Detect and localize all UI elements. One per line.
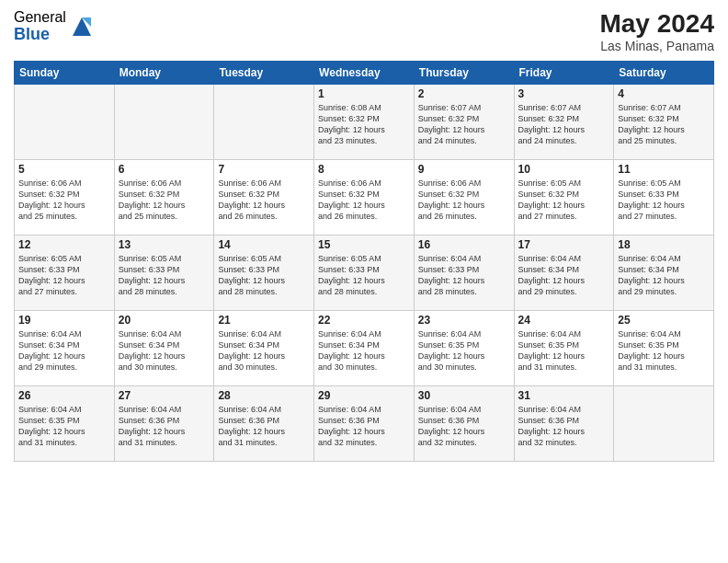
day-number: 27 [119,389,210,402]
table-row: 2Sunrise: 6:07 AM Sunset: 6:32 PM Daylig… [414,85,514,160]
cell-content: Sunrise: 6:05 AM Sunset: 6:33 PM Dayligh… [218,253,310,298]
cell-content: Sunrise: 6:04 AM Sunset: 6:36 PM Dayligh… [318,404,410,449]
table-row [15,85,115,160]
cell-content: Sunrise: 6:04 AM Sunset: 6:36 PM Dayligh… [218,404,310,449]
cell-content: Sunrise: 6:06 AM Sunset: 6:32 PM Dayligh… [418,178,510,223]
header-row: Sunday Monday Tuesday Wednesday Thursday… [15,62,714,85]
day-number: 19 [18,314,110,327]
logo: General Blue [14,9,95,43]
cell-content: Sunrise: 6:06 AM Sunset: 6:32 PM Dayligh… [318,178,410,223]
table-row [114,85,214,160]
table-row: 21Sunrise: 6:04 AM Sunset: 6:34 PM Dayli… [214,311,314,386]
logo-text: General Blue [14,9,66,43]
table-row: 1Sunrise: 6:08 AM Sunset: 6:32 PM Daylig… [314,85,415,160]
day-number: 4 [618,87,710,100]
cell-content: Sunrise: 6:04 AM Sunset: 6:34 PM Dayligh… [18,328,110,373]
week-row-3: 12Sunrise: 6:05 AM Sunset: 6:33 PM Dayli… [15,236,714,311]
cell-content: Sunrise: 6:07 AM Sunset: 6:32 PM Dayligh… [618,102,710,147]
cell-content: Sunrise: 6:04 AM Sunset: 6:36 PM Dayligh… [518,404,610,449]
cell-content: Sunrise: 6:05 AM Sunset: 6:32 PM Dayligh… [518,178,610,223]
location: Las Minas, Panama [599,39,714,53]
table-row: 14Sunrise: 6:05 AM Sunset: 6:33 PM Dayli… [214,236,314,311]
week-row-1: 1Sunrise: 6:08 AM Sunset: 6:32 PM Daylig… [15,85,714,160]
cell-content: Sunrise: 6:04 AM Sunset: 6:33 PM Dayligh… [418,253,510,298]
title-section: May 2024 Las Minas, Panama [599,9,714,53]
table-row: 30Sunrise: 6:04 AM Sunset: 6:36 PM Dayli… [414,386,514,462]
cell-content: Sunrise: 6:05 AM Sunset: 6:33 PM Dayligh… [318,253,410,298]
day-number: 20 [119,314,210,327]
day-number: 26 [18,389,110,402]
table-row: 11Sunrise: 6:05 AM Sunset: 6:33 PM Dayli… [614,160,714,236]
day-number: 7 [218,163,310,176]
col-wednesday: Wednesday [314,62,415,85]
day-number: 14 [218,238,310,251]
table-row: 16Sunrise: 6:04 AM Sunset: 6:33 PM Dayli… [414,236,514,311]
logo-icon [69,14,95,40]
day-number: 25 [618,314,710,327]
cell-content: Sunrise: 6:04 AM Sunset: 6:36 PM Dayligh… [119,404,210,449]
table-row: 28Sunrise: 6:04 AM Sunset: 6:36 PM Dayli… [214,386,314,462]
cell-content: Sunrise: 6:04 AM Sunset: 6:34 PM Dayligh… [318,328,410,373]
cell-content: Sunrise: 6:06 AM Sunset: 6:32 PM Dayligh… [18,178,110,223]
cell-content: Sunrise: 6:06 AM Sunset: 6:32 PM Dayligh… [119,178,210,223]
day-number: 6 [119,163,210,176]
table-row: 17Sunrise: 6:04 AM Sunset: 6:34 PM Dayli… [514,236,614,311]
cell-content: Sunrise: 6:07 AM Sunset: 6:32 PM Dayligh… [418,102,510,147]
day-number: 13 [119,238,210,251]
day-number: 24 [518,314,610,327]
col-saturday: Saturday [614,62,714,85]
day-number: 2 [418,87,510,100]
table-row: 29Sunrise: 6:04 AM Sunset: 6:36 PM Dayli… [314,386,415,462]
table-row: 31Sunrise: 6:04 AM Sunset: 6:36 PM Dayli… [514,386,614,462]
month-year: May 2024 [599,9,714,39]
logo-general: General [14,9,66,26]
table-row: 4Sunrise: 6:07 AM Sunset: 6:32 PM Daylig… [614,85,714,160]
week-row-2: 5Sunrise: 6:06 AM Sunset: 6:32 PM Daylig… [15,160,714,236]
day-number: 22 [318,314,410,327]
day-number: 1 [318,87,410,100]
cell-content: Sunrise: 6:04 AM Sunset: 6:34 PM Dayligh… [518,253,610,298]
table-row [614,386,714,462]
week-row-4: 19Sunrise: 6:04 AM Sunset: 6:34 PM Dayli… [15,311,714,386]
day-number: 17 [518,238,610,251]
cell-content: Sunrise: 6:05 AM Sunset: 6:33 PM Dayligh… [119,253,210,298]
day-number: 10 [518,163,610,176]
calendar-table: Sunday Monday Tuesday Wednesday Thursday… [14,61,714,462]
week-row-5: 26Sunrise: 6:04 AM Sunset: 6:35 PM Dayli… [15,386,714,462]
cell-content: Sunrise: 6:06 AM Sunset: 6:32 PM Dayligh… [218,178,310,223]
col-sunday: Sunday [15,62,115,85]
header: General Blue May 2024 Las Minas, Panama [14,9,714,53]
col-thursday: Thursday [414,62,514,85]
day-number: 30 [418,389,510,402]
table-row: 13Sunrise: 6:05 AM Sunset: 6:33 PM Dayli… [114,236,214,311]
day-number: 23 [418,314,510,327]
cell-content: Sunrise: 6:08 AM Sunset: 6:32 PM Dayligh… [318,102,410,147]
cell-content: Sunrise: 6:05 AM Sunset: 6:33 PM Dayligh… [18,253,110,298]
table-row: 7Sunrise: 6:06 AM Sunset: 6:32 PM Daylig… [214,160,314,236]
day-number: 8 [318,163,410,176]
table-row [214,85,314,160]
cell-content: Sunrise: 6:04 AM Sunset: 6:36 PM Dayligh… [418,404,510,449]
table-row: 8Sunrise: 6:06 AM Sunset: 6:32 PM Daylig… [314,160,415,236]
cell-content: Sunrise: 6:04 AM Sunset: 6:35 PM Dayligh… [518,328,610,373]
col-monday: Monday [114,62,214,85]
table-row: 5Sunrise: 6:06 AM Sunset: 6:32 PM Daylig… [15,160,115,236]
cell-content: Sunrise: 6:07 AM Sunset: 6:32 PM Dayligh… [518,102,610,147]
table-row: 12Sunrise: 6:05 AM Sunset: 6:33 PM Dayli… [15,236,115,311]
cell-content: Sunrise: 6:05 AM Sunset: 6:33 PM Dayligh… [618,178,710,223]
day-number: 31 [518,389,610,402]
col-tuesday: Tuesday [214,62,314,85]
cell-content: Sunrise: 6:04 AM Sunset: 6:35 PM Dayligh… [618,328,710,373]
cell-content: Sunrise: 6:04 AM Sunset: 6:34 PM Dayligh… [119,328,210,373]
day-number: 28 [218,389,310,402]
day-number: 18 [618,238,710,251]
day-number: 21 [218,314,310,327]
cell-content: Sunrise: 6:04 AM Sunset: 6:34 PM Dayligh… [618,253,710,298]
table-row: 20Sunrise: 6:04 AM Sunset: 6:34 PM Dayli… [114,311,214,386]
table-row: 26Sunrise: 6:04 AM Sunset: 6:35 PM Dayli… [15,386,115,462]
day-number: 15 [318,238,410,251]
day-number: 5 [18,163,110,176]
day-number: 16 [418,238,510,251]
day-number: 12 [18,238,110,251]
table-row: 18Sunrise: 6:04 AM Sunset: 6:34 PM Dayli… [614,236,714,311]
